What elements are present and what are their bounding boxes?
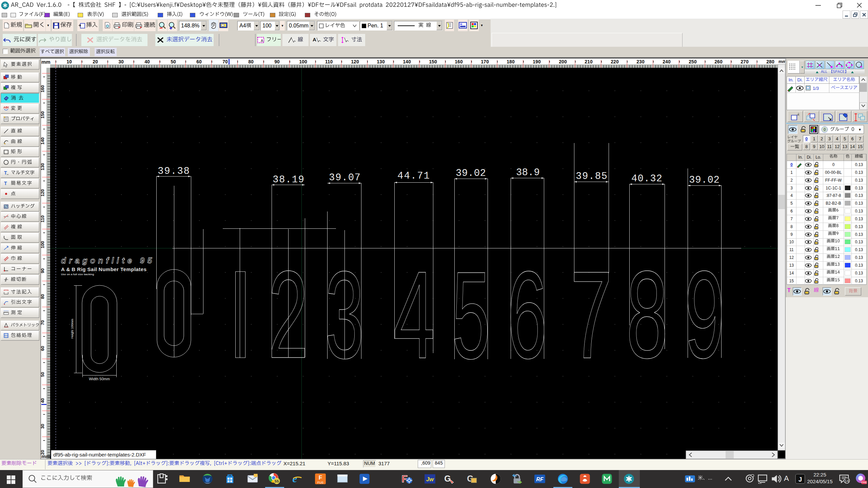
svg-text:0: 0 — [824, 127, 826, 131]
svg-text:6: 6 — [507, 245, 547, 384]
svg-text:150: 150 — [41, 111, 45, 119]
svg-text:5: 5 — [452, 246, 490, 385]
svg-text:3: 3 — [325, 245, 364, 384]
svg-text:30: 30 — [41, 424, 45, 429]
svg-text:40: 40 — [41, 398, 45, 403]
svg-text:FUS: FUS — [317, 481, 323, 484]
svg-text:210: 210 — [585, 59, 593, 64]
svg-text:140: 140 — [41, 137, 45, 145]
svg-text:110: 110 — [41, 216, 45, 223]
svg-text:39.02: 39.02 — [689, 175, 719, 186]
svg-text:39.02: 39.02 — [456, 168, 486, 179]
svg-text:2: 2 — [268, 245, 308, 384]
svg-text:RF: RF — [536, 476, 544, 482]
svg-text:mm: mm — [778, 59, 786, 64]
svg-text:160: 160 — [41, 85, 45, 93]
svg-text:F: F — [319, 474, 322, 481]
svg-text:80: 80 — [248, 59, 254, 64]
svg-text:A: A — [261, 39, 263, 43]
svg-text:e: e — [292, 473, 297, 485]
svg-text:4: 4 — [393, 245, 435, 384]
svg-text:110: 110 — [325, 59, 333, 64]
svg-text:40: 40 — [144, 59, 150, 64]
svg-text:100: 100 — [299, 59, 307, 64]
svg-text:14: 14 — [845, 479, 849, 483]
svg-text:Width 50mm: Width 50mm — [89, 377, 110, 381]
svg-text:df95-ab-rig-sail-number-templa: df95-ab-rig-sail-number-templates-2.DXF — [53, 452, 146, 458]
svg-text:44.71: 44.71 — [397, 170, 430, 182]
svg-text:60: 60 — [41, 346, 45, 351]
svg-text:130: 130 — [41, 163, 45, 170]
svg-text:120: 120 — [351, 59, 359, 64]
svg-text:180: 180 — [507, 59, 515, 64]
svg-text:G: G — [444, 474, 451, 483]
svg-text:9: 9 — [684, 245, 725, 384]
svg-text:70: 70 — [41, 320, 45, 325]
svg-text:A: A — [313, 37, 316, 42]
svg-text:90: 90 — [274, 59, 280, 64]
svg-text:260: 260 — [714, 59, 723, 64]
svg-text:Height 100mm: Height 100mm — [71, 319, 74, 339]
svg-text:240: 240 — [663, 59, 671, 64]
svg-text:50: 50 — [41, 372, 45, 377]
svg-text:mm: mm — [41, 453, 51, 459]
svg-text:190: 190 — [533, 59, 541, 64]
svg-text:A & B Rig Sail Number Template: A & B Rig Sail Number Templates — [61, 266, 146, 272]
svg-text:ABC: ABC — [3, 106, 9, 109]
svg-text:140: 140 — [403, 59, 411, 64]
svg-text:T: T — [4, 170, 7, 176]
svg-text:Jw: Jw — [426, 476, 434, 483]
svg-text:200: 200 — [559, 59, 567, 64]
svg-text:160: 160 — [455, 59, 463, 64]
svg-text:39.38: 39.38 — [158, 166, 190, 177]
svg-text:T: T — [4, 181, 7, 186]
svg-text:230: 230 — [636, 59, 645, 64]
svg-text:270: 270 — [741, 59, 749, 64]
svg-text:PRE: PRE — [861, 481, 867, 484]
svg-text:39.07: 39.07 — [329, 172, 360, 183]
svg-text:50: 50 — [171, 59, 176, 64]
svg-text:38.19: 38.19 — [273, 174, 304, 185]
svg-text:150: 150 — [429, 59, 437, 64]
svg-text:220: 220 — [611, 59, 619, 64]
svg-text:7: 7 — [570, 245, 612, 384]
svg-text:60: 60 — [196, 59, 202, 64]
svg-text:30: 30 — [118, 59, 124, 64]
svg-text:J: J — [798, 476, 802, 483]
svg-text:38.9: 38.9 — [516, 167, 540, 178]
svg-text:20: 20 — [93, 59, 98, 64]
svg-text:39.85: 39.85 — [576, 171, 607, 182]
svg-text:mm: mm — [41, 59, 51, 65]
svg-text:70: 70 — [222, 59, 228, 64]
svg-text:80: 80 — [41, 294, 45, 299]
svg-text:280: 280 — [766, 59, 774, 64]
svg-text:40.32: 40.32 — [631, 173, 662, 184]
svg-text:250: 250 — [689, 59, 697, 64]
svg-text:10: 10 — [66, 59, 72, 64]
svg-text:Use on a full size backing: Use on a full size backing — [61, 273, 94, 276]
svg-text:90: 90 — [41, 268, 45, 273]
svg-text:8: 8 — [626, 245, 668, 384]
svg-text:55: 55 — [275, 479, 279, 483]
svg-text:130: 130 — [377, 59, 385, 64]
svg-text:120: 120 — [41, 189, 45, 197]
svg-text:170: 170 — [481, 59, 489, 64]
svg-text:100: 100 — [41, 241, 45, 248]
